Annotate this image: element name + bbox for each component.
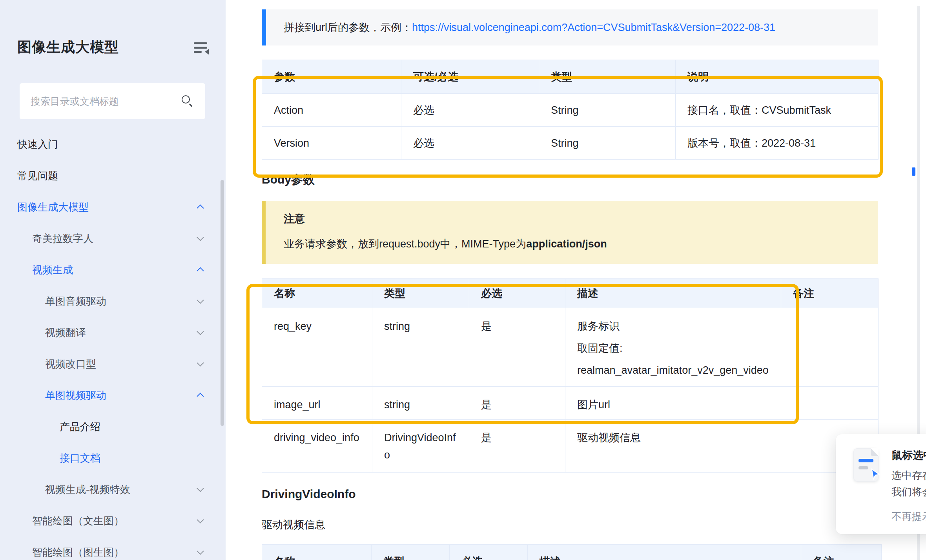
callout-link[interactable]: https://visual.volcengineapi.com?Action=… xyxy=(412,22,775,34)
sidebar-item-video-lipsync[interactable]: 视频改口型 xyxy=(0,348,226,380)
sidebar-item-quickstart[interactable]: 快速入门 xyxy=(0,129,226,160)
cell-required: 必选 xyxy=(401,127,539,160)
col-header: 必选 xyxy=(450,545,528,560)
search-icon[interactable] xyxy=(182,95,193,107)
chevron-down-icon xyxy=(197,328,204,335)
sidebar-scrollbar[interactable] xyxy=(221,180,224,426)
body-params-table: 名称 类型 必选 描述 备注 req_key string 是 服务标识 取固定… xyxy=(262,278,879,473)
table-row-req-key: req_key string 是 服务标识 取固定值: realman_avat… xyxy=(262,308,879,387)
popup-dismiss-link[interactable]: 不再提示 xyxy=(891,510,926,524)
callout-accent-bar xyxy=(262,9,266,45)
sidebar-item-video-effects[interactable]: 视频生成-视频特效 xyxy=(0,474,226,505)
popup-title: 鼠标选中 xyxy=(891,448,926,462)
cell-type: DrivingVideoInfo xyxy=(372,420,469,473)
text-cursor-mark xyxy=(912,167,915,176)
cell-required: 是 xyxy=(469,420,565,473)
col-header: 备注 xyxy=(781,279,879,308)
table-header-row: 名称 类型 必选 描述 备注 xyxy=(262,279,879,308)
top-divider xyxy=(226,6,926,6)
cell-note xyxy=(781,308,879,387)
table-row: Action 必选 String 接口名，取值：CVSubmitTask xyxy=(262,94,879,127)
sidebar-item-chimera-digital-human[interactable]: 奇美拉数字人 xyxy=(0,223,226,254)
cell-desc: 驱动视频信息 xyxy=(565,420,781,473)
table-header-row: 参数 可选/必选 类型 说明 xyxy=(262,60,879,94)
sidebar-item-product-intro[interactable]: 产品介绍 xyxy=(0,411,226,442)
table-row-driving-video-info: driving_video_info DrivingVideoInfo 是 驱动… xyxy=(262,420,879,473)
chevron-down-icon xyxy=(197,516,204,523)
col-header: 类型 xyxy=(372,279,469,308)
col-header: 必选 xyxy=(469,279,565,308)
cell-name: req_key xyxy=(262,308,372,387)
note-text-bold: application/json xyxy=(526,238,607,250)
sidebar-item-image-gen-model[interactable]: 图像生成大模型 xyxy=(0,191,226,223)
cell-name: Version xyxy=(262,127,401,160)
col-header: 可选/必选 xyxy=(401,60,539,94)
driving-video-info-table: 名称 类型 必选 描述 备注 xyxy=(262,544,882,560)
cursor-arrow-icon xyxy=(868,467,882,481)
col-header: 名称 xyxy=(262,545,372,560)
chevron-up-icon xyxy=(197,204,204,211)
sidebar-title: 图像生成大模型 xyxy=(17,38,119,57)
cell-desc: 接口名，取值：CVSubmitTask xyxy=(676,94,879,127)
cell-note xyxy=(781,387,879,420)
chevron-down-icon xyxy=(197,359,204,366)
sidebar-item-single-image-video-drive[interactable]: 单图视频驱动 xyxy=(0,380,226,411)
search-input[interactable] xyxy=(31,83,180,119)
cell-name: driving_video_info xyxy=(262,420,372,473)
mouse-select-popup: 鼠标选中 选中存在 我们将会 不再提示 xyxy=(836,434,926,534)
driving-video-info-heading: DrivingVideoInfo xyxy=(262,487,355,501)
chevron-down-icon xyxy=(197,296,204,304)
note-text: 业务请求参数，放到request.body中，MIME-Type为 xyxy=(284,238,526,250)
sidebar-item-api-doc-active[interactable]: 接口文档 xyxy=(0,442,226,474)
col-header: 参数 xyxy=(262,60,401,94)
col-header: 描述 xyxy=(528,545,801,560)
table-row: Version 必选 String 版本号，取值：2022-08-31 xyxy=(262,127,879,160)
note-box: 注意 业务请求参数，放到request.body中，MIME-Type为appl… xyxy=(262,201,878,264)
cell-type: String xyxy=(539,127,676,160)
popup-text-line1: 选中存在 xyxy=(891,469,926,482)
query-params-table: 参数 可选/必选 类型 说明 Action 必选 String 接口名，取值：C… xyxy=(262,60,879,160)
url-params-callout: 拼接到url后的参数，示例： https://visual.volcengine… xyxy=(262,9,878,45)
cell-type: String xyxy=(539,94,676,127)
cell-name: image_url xyxy=(262,387,372,420)
cell-type: string xyxy=(372,308,469,387)
chevron-down-icon xyxy=(197,547,204,555)
chevron-up-icon xyxy=(197,393,204,400)
sidebar: 图像生成大模型 快速入门 常见问题 图像生成大模型 奇美拉数字人 视频生成 单图… xyxy=(0,0,226,560)
table-row-image-url: image_url string 是 图片url xyxy=(262,387,879,420)
col-header: 名称 xyxy=(262,279,372,308)
table-header-row: 名称 类型 必选 描述 备注 xyxy=(262,545,882,560)
popup-text-line2: 我们将会 xyxy=(891,485,926,499)
sidebar-item-video-gen[interactable]: 视频生成 xyxy=(0,254,226,285)
cell-required: 必选 xyxy=(401,94,539,127)
col-header: 描述 xyxy=(565,279,781,308)
col-header: 类型 xyxy=(372,545,450,560)
sidebar-item-video-translate[interactable]: 视频翻译 xyxy=(0,317,226,348)
search-box[interactable] xyxy=(20,83,205,119)
cell-desc: 图片url xyxy=(565,387,781,420)
col-header: 说明 xyxy=(676,60,879,94)
collapse-sidebar-icon[interactable] xyxy=(194,42,210,55)
cell-required: 是 xyxy=(469,308,565,387)
cell-desc: 服务标识 取固定值: realman_avatar_imitator_v2v_g… xyxy=(565,308,781,387)
sidebar-item-faq[interactable]: 常见问题 xyxy=(0,160,226,191)
body-params-heading: Body参数 xyxy=(262,172,315,188)
sidebar-item-smart-draw-i2i[interactable]: 智能绘图（图生图） xyxy=(0,536,226,560)
sidebar-item-single-image-audio-drive[interactable]: 单图音频驱动 xyxy=(0,285,226,317)
callout-text: 拼接到url后的参数，示例： xyxy=(284,20,412,35)
col-header: 备注 xyxy=(801,545,882,560)
note-title: 注意 xyxy=(284,212,305,226)
cell-name: Action xyxy=(262,94,401,127)
cell-desc: 版本号，取值：2022-08-31 xyxy=(676,127,879,160)
driving-video-info-desc: 驱动视频信息 xyxy=(262,518,325,532)
cell-type: string xyxy=(372,387,469,420)
chevron-down-icon xyxy=(197,485,204,492)
chevron-down-icon xyxy=(197,234,204,241)
col-header: 类型 xyxy=(539,60,676,94)
document-select-icon xyxy=(853,448,879,482)
sidebar-item-smart-draw-t2i[interactable]: 智能绘图（文生图） xyxy=(0,505,226,536)
cell-required: 是 xyxy=(469,387,565,420)
chevron-up-icon xyxy=(197,267,204,274)
